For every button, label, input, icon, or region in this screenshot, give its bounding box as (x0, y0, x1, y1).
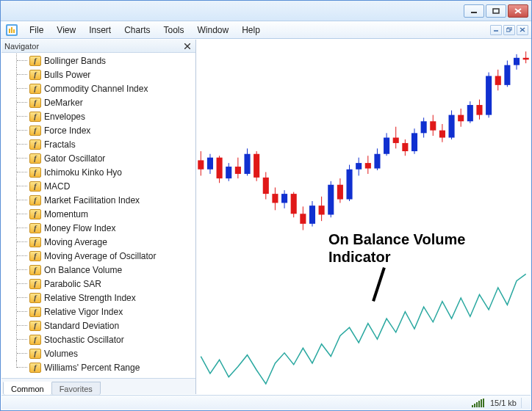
annotation-text: On Balance Volume Indicator (328, 230, 465, 266)
indicator-item[interactable]: Envelopes (1, 109, 195, 123)
indicator-item[interactable]: Commodity Channel Index (1, 81, 195, 95)
navigator-close-button[interactable] (182, 41, 193, 51)
indicator-item[interactable]: DeMarker (1, 95, 195, 109)
expert-advisors-item[interactable]: +Expert Advisors (1, 374, 195, 378)
indicator-label: Moving Average (44, 237, 107, 247)
titlebar (1, 1, 531, 21)
svg-rect-53 (356, 163, 362, 170)
indicator-item[interactable]: Parabolic SAR (1, 277, 195, 291)
chart-area[interactable]: On Balance Volume Indicator (196, 40, 531, 394)
indicator-item[interactable]: Moving Average (1, 235, 195, 249)
svg-rect-45 (319, 205, 325, 214)
indicator-label: Stochastic Oscillator (44, 335, 124, 345)
indicator-label: Money Flow Index (44, 223, 115, 233)
indicator-icon (29, 84, 41, 94)
svg-rect-41 (300, 214, 306, 224)
mdi-restore-button[interactable] (503, 25, 515, 35)
navigator-title: Navigator (4, 42, 39, 51)
svg-rect-35 (272, 194, 278, 203)
indicator-item[interactable]: Bollinger Bands (1, 54, 195, 68)
indicator-label: Moving Average of Oscillator (44, 251, 157, 261)
menu-help[interactable]: Help (235, 23, 267, 37)
indicator-icon (29, 56, 41, 66)
indicator-item[interactable]: Williams' Percent Range (1, 360, 195, 374)
svg-rect-51 (346, 170, 352, 200)
mdi-minimize-button[interactable] (490, 25, 502, 35)
indicator-icon (29, 335, 41, 345)
svg-rect-47 (328, 185, 334, 215)
svg-rect-49 (337, 185, 343, 200)
indicator-item[interactable]: On Balance Volume (1, 263, 195, 277)
indicator-label: Commodity Channel Index (44, 84, 148, 94)
indicator-item[interactable]: Bulls Power (1, 68, 195, 81)
indicator-icon (29, 293, 41, 303)
expert-advisors-label: Expert Advisors (42, 377, 103, 379)
minimize-button[interactable] (464, 4, 484, 18)
svg-rect-67 (421, 121, 427, 133)
indicator-label: Ichimoku Kinko Hyo (44, 167, 122, 178)
indicator-label: Bulls Power (44, 70, 90, 80)
indicator-item[interactable]: Volumes (1, 346, 195, 360)
svg-rect-19 (198, 160, 204, 169)
svg-rect-69 (430, 121, 436, 130)
indicator-item[interactable]: Momentum (1, 207, 195, 221)
mdi-close-button[interactable] (517, 25, 528, 35)
navigator-tree[interactable]: Bollinger BandsBulls PowerCommodity Chan… (1, 53, 195, 378)
menu-charts[interactable]: Charts (118, 23, 157, 37)
indicator-item[interactable]: Gator Oscillator (1, 151, 195, 165)
menu-file[interactable]: File (23, 23, 50, 37)
indicator-item[interactable]: Ichimoku Kinko Hyo (1, 165, 195, 179)
menu-insert[interactable]: Insert (82, 23, 118, 37)
indicator-icon (29, 126, 41, 136)
svg-rect-79 (476, 105, 482, 115)
indicator-icon (29, 363, 41, 373)
indicator-item[interactable]: Force Index (1, 123, 195, 137)
app-icon (5, 23, 18, 37)
menu-window[interactable]: Window (191, 23, 236, 37)
menu-view[interactable]: View (50, 23, 82, 37)
chart-canvas (196, 40, 531, 394)
navigator-header: Navigator (1, 40, 195, 53)
svg-rect-29 (244, 154, 250, 174)
content-area: Navigator Bollinger BandsBulls PowerComm… (1, 40, 531, 394)
maximize-button[interactable] (486, 4, 506, 18)
indicator-item[interactable]: Fractals (1, 137, 195, 151)
indicator-label: Standard Deviation (44, 321, 119, 331)
menu-tools[interactable]: Tools (157, 23, 191, 37)
indicator-item[interactable]: Stochastic Oscillator (1, 332, 195, 346)
svg-rect-73 (449, 115, 455, 138)
tab-favorites[interactable]: Favorites (51, 382, 101, 395)
statusbar: 15/1 kb (1, 395, 531, 410)
svg-point-16 (28, 378, 38, 379)
svg-rect-37 (281, 194, 287, 203)
indicator-label: Williams' Percent Range (44, 363, 140, 373)
indicator-item[interactable]: Market Facilitation Index (1, 193, 195, 207)
indicator-label: MACD (44, 181, 70, 192)
svg-rect-85 (504, 65, 510, 85)
tab-common[interactable]: Common (3, 382, 52, 395)
svg-rect-27 (235, 167, 241, 174)
indicator-item[interactable]: Moving Average of Oscillator (1, 249, 195, 263)
indicator-icon (29, 237, 41, 247)
indicator-item[interactable]: Relative Strength Index (1, 291, 195, 305)
indicator-icon (29, 195, 41, 205)
indicator-icon (29, 181, 41, 192)
indicator-item[interactable]: Standard Deviation (1, 319, 195, 332)
svg-rect-65 (411, 133, 417, 151)
indicator-label: Market Facilitation Index (44, 195, 140, 205)
app-window: File View Insert Charts Tools Window Hel… (0, 0, 532, 411)
close-button[interactable] (508, 4, 528, 18)
indicator-icon (29, 98, 41, 108)
indicator-item[interactable]: Relative Vigor Index (1, 305, 195, 319)
indicator-label: Momentum (44, 209, 88, 219)
svg-rect-75 (458, 115, 464, 122)
indicator-item[interactable]: MACD (1, 179, 195, 193)
indicator-label: Bollinger Bands (44, 56, 106, 66)
svg-rect-71 (439, 131, 445, 138)
navigator-panel: Navigator Bollinger BandsBulls PowerComm… (1, 40, 196, 394)
svg-rect-25 (226, 167, 231, 178)
indicator-label: Relative Strength Index (44, 293, 136, 303)
connection-bars-icon (472, 399, 484, 407)
svg-rect-81 (486, 76, 492, 115)
indicator-item[interactable]: Money Flow Index (1, 221, 195, 235)
